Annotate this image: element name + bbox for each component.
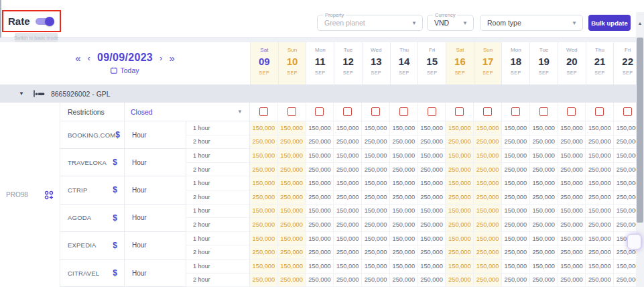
rate-value-cell[interactable]: 250,000 xyxy=(278,274,306,287)
property-select[interactable]: Property Green planet ▼ xyxy=(317,15,423,31)
rate-value-cell[interactable]: 250,000 xyxy=(250,163,278,177)
rate-value-cell[interactable]: 150,000 xyxy=(334,149,362,163)
rate-value-cell[interactable]: 250,000 xyxy=(418,245,446,260)
calendar-day-column[interactable]: Sun17SEP xyxy=(474,42,503,84)
closed-checkbox[interactable] xyxy=(259,107,268,116)
calendar-day-column[interactable]: Sat16SEP xyxy=(446,42,474,84)
calendar-day-column[interactable]: Thu21SEP xyxy=(586,42,615,84)
rate-value-cell[interactable]: 150,000 xyxy=(334,232,362,246)
rate-value-cell[interactable]: 150,000 xyxy=(418,149,446,163)
last-page-arrow[interactable]: » xyxy=(169,53,174,63)
rate-value-cell[interactable]: 250,000 xyxy=(334,245,362,260)
dollar-icon[interactable]: $ xyxy=(113,241,117,250)
rate-value-cell[interactable]: 250,000 xyxy=(250,190,278,205)
rate-value-cell[interactable]: 150,000 xyxy=(250,121,278,135)
rate-value-cell[interactable]: 250,000 xyxy=(558,274,586,287)
rate-value-cell[interactable]: 250,000 xyxy=(390,190,418,205)
bulk-update-button[interactable]: Bulk update xyxy=(588,15,631,31)
rate-value-cell[interactable]: 150,000 xyxy=(362,232,390,246)
rate-value-cell[interactable]: 250,000 xyxy=(334,190,362,205)
closed-checkbox[interactable] xyxy=(511,107,520,116)
rate-value-cell[interactable]: 250,000 xyxy=(362,163,390,177)
manage-plan-icon[interactable] xyxy=(44,190,54,200)
rate-value-cell[interactable]: 150,000 xyxy=(474,260,502,274)
closed-checkbox[interactable] xyxy=(287,107,296,116)
rate-value-cell[interactable]: 150,000 xyxy=(250,232,278,246)
dollar-icon[interactable]: $ xyxy=(115,130,120,139)
rate-value-cell[interactable]: 150,000 xyxy=(390,121,418,135)
calendar-day-column[interactable]: Wed20SEP xyxy=(558,42,586,84)
rate-value-cell[interactable]: 150,000 xyxy=(586,121,614,135)
rate-value-cell[interactable]: 250,000 xyxy=(502,218,530,232)
rate-value-cell[interactable]: 250,000 xyxy=(418,190,446,205)
rate-value-cell[interactable]: 250,000 xyxy=(558,190,586,205)
rate-value-cell[interactable]: 150,000 xyxy=(306,232,334,246)
rate-value-cell[interactable]: 150,000 xyxy=(390,205,418,219)
rate-value-cell[interactable]: 250,000 xyxy=(502,245,530,260)
rate-value-cell[interactable]: 250,000 xyxy=(390,135,418,150)
rate-value-cell[interactable]: 250,000 xyxy=(250,274,278,287)
rate-value-cell[interactable]: 150,000 xyxy=(446,149,474,163)
rate-value-cell[interactable]: 150,000 xyxy=(502,149,530,163)
rate-value-cell[interactable]: 150,000 xyxy=(418,176,446,190)
room-type-select[interactable]: Room type ▼ xyxy=(480,15,583,31)
rate-value-cell[interactable]: 250,000 xyxy=(362,274,390,287)
closed-checkbox[interactable] xyxy=(315,107,324,116)
calendar-day-column[interactable]: Mon11SEP xyxy=(306,42,334,84)
rate-value-cell[interactable]: 150,000 xyxy=(586,149,614,163)
rate-value-cell[interactable]: 150,000 xyxy=(446,121,474,135)
room-group-row[interactable]: ▼ 8665926002 - GPL xyxy=(0,84,644,103)
rate-value-cell[interactable]: 150,000 xyxy=(278,205,306,219)
rate-value-cell[interactable]: 150,000 xyxy=(474,205,502,219)
rate-value-cell[interactable]: 150,000 xyxy=(502,176,530,190)
rate-value-cell[interactable]: 250,000 xyxy=(418,218,446,232)
rate-value-cell[interactable]: 250,000 xyxy=(530,274,558,287)
rate-value-cell[interactable]: 250,000 xyxy=(306,274,334,287)
rate-value-cell[interactable]: 250,000 xyxy=(418,274,446,287)
today-button[interactable]: Today xyxy=(0,66,250,74)
rate-value-cell[interactable]: 150,000 xyxy=(334,121,362,135)
rate-toggle[interactable] xyxy=(36,16,54,26)
rate-value-cell[interactable]: 150,000 xyxy=(278,232,306,246)
closed-checkbox[interactable] xyxy=(539,107,548,116)
currency-select[interactable]: Currency VND ▼ xyxy=(427,15,474,31)
rate-value-cell[interactable]: 250,000 xyxy=(446,274,474,287)
rate-value-cell[interactable]: 150,000 xyxy=(530,176,558,190)
rate-value-cell[interactable]: 250,000 xyxy=(390,218,418,232)
rate-value-cell[interactable]: 150,000 xyxy=(306,149,334,163)
rate-value-cell[interactable]: 150,000 xyxy=(446,232,474,246)
rate-value-cell[interactable]: 250,000 xyxy=(474,135,502,150)
rate-value-cell[interactable]: 150,000 xyxy=(306,176,334,190)
calendar-day-column[interactable]: Mon18SEP xyxy=(502,42,530,84)
rate-value-cell[interactable]: 150,000 xyxy=(418,260,446,274)
rate-value-cell[interactable]: 250,000 xyxy=(474,163,502,177)
rate-value-cell[interactable]: 150,000 xyxy=(250,149,278,163)
rate-value-cell[interactable]: 150,000 xyxy=(586,176,614,190)
rate-value-cell[interactable]: 150,000 xyxy=(250,260,278,274)
rate-value-cell[interactable]: 250,000 xyxy=(474,274,502,287)
rate-value-cell[interactable]: 250,000 xyxy=(306,245,334,260)
rate-value-cell[interactable]: 150,000 xyxy=(390,176,418,190)
rate-value-cell[interactable]: 250,000 xyxy=(446,245,474,260)
rate-value-cell[interactable]: 150,000 xyxy=(334,260,362,274)
rate-value-cell[interactable]: 150,000 xyxy=(586,205,614,219)
rate-value-cell[interactable]: 250,000 xyxy=(586,163,614,177)
rate-value-cell[interactable]: 150,000 xyxy=(446,176,474,190)
rate-value-cell[interactable]: 150,000 xyxy=(362,260,390,274)
rate-value-cell[interactable]: 150,000 xyxy=(390,149,418,163)
rate-value-cell[interactable]: 150,000 xyxy=(390,260,418,274)
rate-value-cell[interactable]: 150,000 xyxy=(278,149,306,163)
rate-value-cell[interactable]: 250,000 xyxy=(390,163,418,177)
rate-value-cell[interactable]: 250,000 xyxy=(306,190,334,205)
rate-value-cell[interactable]: 150,000 xyxy=(530,149,558,163)
rate-value-cell[interactable]: 250,000 xyxy=(586,274,614,287)
rate-value-cell[interactable]: 150,000 xyxy=(474,176,502,190)
rate-value-cell[interactable]: 150,000 xyxy=(390,232,418,246)
rate-value-cell[interactable]: 250,000 xyxy=(278,190,306,205)
rate-value-cell[interactable]: 150,000 xyxy=(530,121,558,135)
rate-value-cell[interactable]: 250,000 xyxy=(278,218,306,232)
rate-value-cell[interactable]: 150,000 xyxy=(250,176,278,190)
closed-checkbox[interactable] xyxy=(483,107,492,116)
calendar-day-column[interactable]: Sun10SEP xyxy=(279,42,307,84)
rate-value-cell[interactable]: 250,000 xyxy=(446,163,474,177)
